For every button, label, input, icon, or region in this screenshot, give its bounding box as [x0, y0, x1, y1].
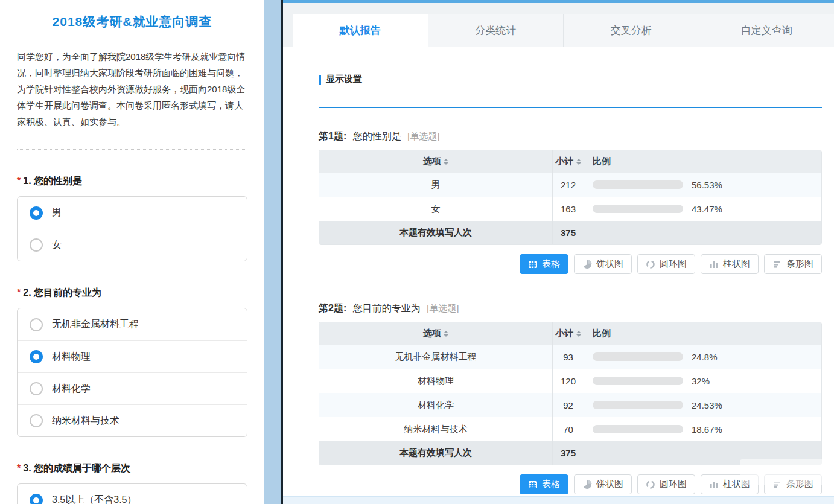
table-view-button[interactable]: 表格 — [520, 474, 568, 494]
ratio-percent: 24.53% — [692, 400, 722, 410]
radio-unselected-icon[interactable] — [30, 318, 43, 331]
result-question-type: [单选题] — [407, 131, 439, 141]
tab-cross-analysis[interactable]: 交叉分析 — [564, 14, 699, 47]
ratio-bar — [593, 352, 683, 361]
result-question-title: 您的性别是 — [353, 131, 401, 141]
divider — [17, 149, 247, 150]
radio-selected-icon[interactable] — [30, 494, 43, 504]
option-inorganic[interactable]: 无机非金属材料工程 — [18, 308, 247, 340]
bar-chart-icon — [772, 480, 782, 490]
button-label: 柱状图 — [723, 258, 750, 270]
result-heading: 第2题: 您目前的专业为 [单选题] — [319, 302, 822, 315]
pie-icon — [582, 480, 592, 490]
table-header-row: 选项 小计 比例 — [319, 322, 821, 345]
result-question-2: 第2题: 您目前的专业为 [单选题] 选项 小计 比例 — [319, 302, 822, 494]
table-row: 材料化学 92 24.53% — [319, 393, 821, 417]
option-nano-material[interactable]: 纳米材料与技术 — [18, 404, 247, 436]
survey-title: 2018级考研&就业意向调查 — [17, 13, 247, 30]
option-material-chemistry[interactable]: 材料化学 — [18, 372, 247, 404]
sort-icon[interactable] — [444, 331, 448, 337]
option-gpa-above[interactable]: 3.5以上（不含3.5） — [18, 484, 247, 504]
result-heading: 第1题: 您的性别是 [单选题] — [319, 130, 822, 143]
panel-gap — [264, 0, 281, 504]
options-box: 无机非金属材料工程 材料物理 材料化学 纳米材料与技术 — [17, 308, 247, 437]
radio-selected-icon[interactable] — [30, 206, 43, 220]
ratio-bar — [593, 401, 683, 409]
ratio-bar — [593, 205, 683, 213]
header-count[interactable]: 小计 — [552, 322, 584, 345]
options-box: 3.5以上（不含3.5） — [17, 483, 247, 504]
column-chart-button[interactable]: 柱状图 — [701, 474, 759, 494]
chart-type-buttons: 表格 饼状图 圆环图 柱状图 条形图 — [319, 474, 822, 494]
radio-unselected-icon[interactable] — [30, 238, 43, 252]
ratio-percent: 24.8% — [692, 352, 718, 362]
blue-divider — [319, 107, 822, 108]
ratio-bar — [593, 180, 683, 189]
column-chart-icon — [709, 480, 719, 490]
option-label: 女 — [52, 239, 62, 252]
button-label: 条形图 — [786, 479, 813, 490]
options-box: 男 女 — [17, 196, 247, 261]
cell-ratio: 18.67% — [584, 417, 821, 441]
donut-icon — [646, 480, 655, 490]
question-number: 3. — [23, 463, 31, 473]
table-row: 女 163 43.47% — [319, 197, 821, 221]
column-chart-button[interactable]: 柱状图 — [701, 254, 759, 274]
tab-custom-query[interactable]: 自定义查询 — [699, 14, 834, 47]
donut-chart-button[interactable]: 圆环图 — [637, 254, 695, 274]
sort-icon[interactable] — [444, 159, 448, 165]
sort-icon[interactable] — [576, 331, 581, 337]
report-panel: 默认报告 分类统计 交叉分析 自定义查询 显示设置 第1题: 您的性别是 [单选… — [283, 0, 834, 504]
sort-icon[interactable] — [576, 159, 581, 165]
tab-default-report[interactable]: 默认报告 — [293, 14, 428, 47]
header-option[interactable]: 选项 — [319, 322, 552, 345]
button-label: 圆环图 — [660, 258, 687, 270]
table-view-button[interactable]: 表格 — [520, 254, 568, 274]
pie-icon — [582, 260, 592, 269]
donut-chart-button[interactable]: 圆环图 — [637, 474, 695, 494]
radio-unselected-icon[interactable] — [30, 414, 43, 427]
button-label: 饼状图 — [596, 479, 623, 490]
table-footer-row: 本题有效填写人次 375 — [319, 221, 821, 244]
ratio-percent: 18.67% — [692, 424, 722, 435]
option-label: 材料化学 — [52, 383, 91, 395]
header-ratio-label: 比例 — [593, 156, 611, 167]
pie-chart-button[interactable]: 饼状图 — [574, 474, 632, 494]
table-icon — [528, 480, 538, 490]
survey-question-1: *1. 您的性别是 男 女 — [17, 175, 247, 261]
pie-chart-button[interactable]: 饼状图 — [574, 254, 632, 274]
radio-unselected-icon[interactable] — [30, 382, 43, 395]
table-row: 男 212 56.53% — [319, 173, 821, 197]
cell-ratio: 24.53% — [584, 393, 821, 417]
survey-description: 同学您好，为全面了解我院2018级学生考研及就业意向情况，同时整理归纳大家现阶段… — [17, 48, 247, 130]
question-title: 您目前的专业为 — [34, 287, 101, 298]
cell-count: 163 — [552, 197, 584, 221]
option-material-physics[interactable]: 材料物理 — [18, 340, 247, 372]
required-star: * — [17, 463, 21, 473]
header-count-label: 小计 — [556, 328, 574, 339]
cell-option: 女 — [319, 197, 552, 221]
bar-chart-button[interactable]: 条形图 — [764, 254, 822, 274]
option-male[interactable]: 男 — [18, 197, 247, 229]
footer-count: 375 — [552, 441, 584, 465]
radio-selected-icon[interactable] — [30, 350, 43, 363]
header-count[interactable]: 小计 — [552, 150, 584, 173]
ratio-percent: 56.53% — [692, 180, 722, 190]
cell-count: 120 — [552, 369, 584, 393]
report-tabs: 默认报告 分类统计 交叉分析 自定义查询 — [283, 3, 834, 47]
display-settings-link[interactable]: 显示设置 — [326, 74, 362, 85]
cell-option: 材料物理 — [319, 369, 552, 393]
option-label: 无机非金属材料工程 — [52, 318, 139, 331]
tab-category-stats[interactable]: 分类统计 — [428, 14, 564, 47]
ratio-bar — [593, 377, 683, 385]
ratio-bar — [593, 425, 683, 433]
option-label: 3.5以上（不含3.5） — [52, 494, 136, 504]
option-female[interactable]: 女 — [18, 229, 247, 261]
stats-table: 选项 小计 比例 无机非金属材料工程 93 — [319, 322, 822, 465]
bar-chart-button[interactable]: 条形图 — [764, 474, 822, 494]
header-option[interactable]: 选项 — [319, 150, 552, 173]
cell-ratio: 43.47% — [584, 197, 821, 221]
result-question-no: 第1题: — [319, 131, 346, 141]
required-star: * — [17, 287, 21, 298]
display-settings: 显示设置 — [319, 74, 822, 85]
